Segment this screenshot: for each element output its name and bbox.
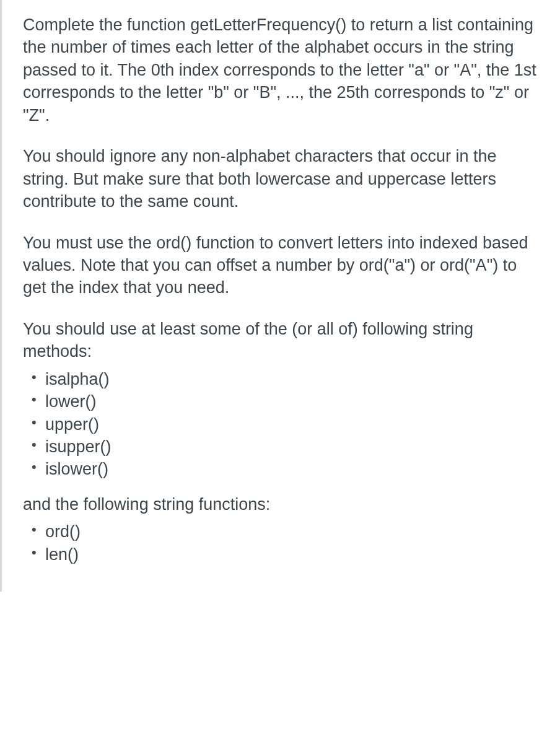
list-item: isupper() <box>45 436 541 458</box>
paragraph-ord-function: You must use the ord() function to conve… <box>23 232 541 299</box>
list-item: isalpha() <box>45 368 541 390</box>
list-item: islower() <box>45 458 541 480</box>
paragraph-ignore-non-alpha: You should ignore any non-alphabet chara… <box>23 145 541 212</box>
paragraph-methods-intro: You should use at least some of the (or … <box>23 318 541 363</box>
string-methods-list: isalpha() lower() upper() isupper() islo… <box>23 368 541 481</box>
list-item: upper() <box>45 413 541 436</box>
paragraph-functions-intro: and the following string functions: <box>23 493 541 515</box>
list-item: len() <box>45 543 541 566</box>
list-item: lower() <box>45 390 541 413</box>
paragraph-intro: Complete the function getLetterFrequency… <box>23 14 541 126</box>
string-functions-list: ord() len() <box>23 520 541 566</box>
list-item: ord() <box>45 520 541 543</box>
